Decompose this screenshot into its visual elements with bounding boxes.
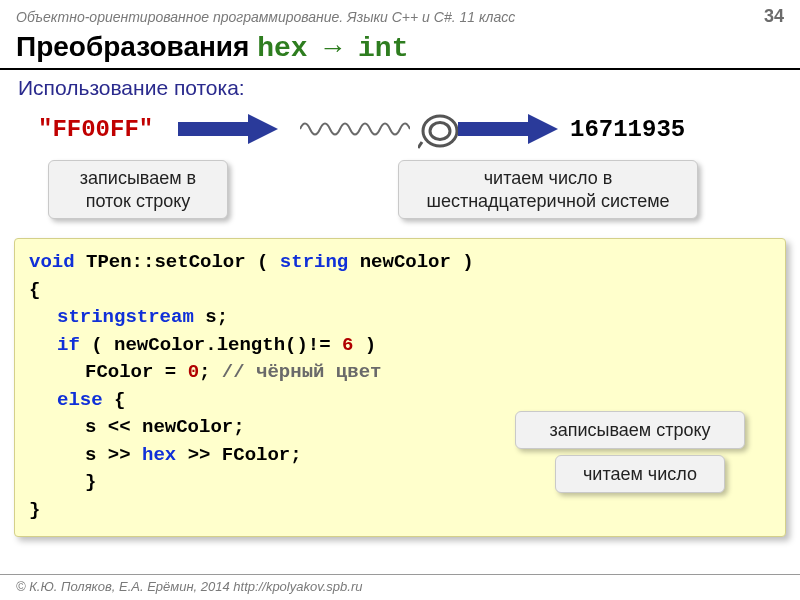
arrow-left-icon xyxy=(178,114,278,144)
title-code: hex → int xyxy=(257,33,408,64)
svg-rect-5 xyxy=(458,122,528,136)
code-line-10: } xyxy=(29,497,771,525)
slide-header: Объектно-ориентированное программировани… xyxy=(0,0,800,29)
slide-title: Преобразования hex → int xyxy=(0,29,800,64)
code-line-2: { xyxy=(29,277,771,305)
tag-write-to-stream: записываем в поток строку xyxy=(48,160,228,219)
title-prefix: Преобразования xyxy=(16,31,257,62)
tag-write-string: записываем строку xyxy=(515,411,745,449)
code-line-3: stringstream s; xyxy=(29,304,771,332)
svg-marker-1 xyxy=(248,114,278,144)
slide-footer: © К.Ю. Поляков, Е.А. Ерёмин, 2014 http:/… xyxy=(0,574,800,600)
tag-read-hex: читаем число в шестнадцатеричной системе xyxy=(398,160,698,219)
svg-point-3 xyxy=(430,123,450,140)
subtitle: Использование потока: xyxy=(0,70,800,100)
course-name: Объектно-ориентированное программировани… xyxy=(16,9,515,25)
hex-literal: "FF00FF" xyxy=(38,116,153,143)
copyright: © К.Ю. Поляков, Е.А. Ерёмин, 2014 http:/… xyxy=(16,579,362,594)
spring-icon xyxy=(300,118,410,140)
svg-rect-0 xyxy=(178,122,248,136)
code-block: void TPen::setColor ( string newColor ) … xyxy=(14,238,786,537)
page-number: 34 xyxy=(764,6,784,27)
code-line-5: FColor = 0; // чёрный цвет xyxy=(29,359,771,387)
ring-icon xyxy=(418,112,462,150)
decimal-result: 16711935 xyxy=(570,116,685,143)
svg-marker-6 xyxy=(528,114,558,144)
code-line-1: void TPen::setColor ( string newColor ) xyxy=(29,249,771,277)
tag-read-number: читаем число xyxy=(555,455,725,493)
code-line-4: if ( newColor.length()!= 6 ) xyxy=(29,332,771,360)
arrow-right-icon xyxy=(458,114,558,144)
conversion-diagram: "FF00FF" 16711935 записываем в поток стр… xyxy=(14,104,786,234)
svg-line-4 xyxy=(418,142,422,148)
svg-point-2 xyxy=(423,116,457,146)
